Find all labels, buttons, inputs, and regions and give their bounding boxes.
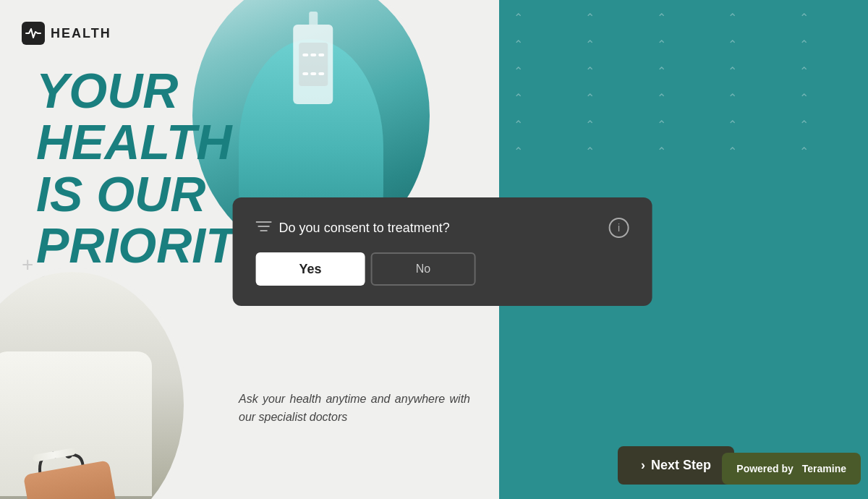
modal-title-area: Do you consent to treatment? xyxy=(256,220,450,236)
chevron-pattern-right: ⌃ ⌃ ⌃ ⌃ ⌃ ⌃ ⌃ ⌃ ⌃ ⌃ ⌃ ⌃ ⌃ ⌃ ⌃ ⌃ ⌃ ⌃ ⌃ ⌃ … xyxy=(499,0,868,169)
doctor-image-bottom xyxy=(0,268,188,499)
powered-by-brand: Teramine xyxy=(802,463,846,474)
logo-text: HEALTH xyxy=(51,26,111,41)
next-step-button[interactable]: › Next Step xyxy=(618,446,734,485)
subtext: Ask your health anytime and anywhere wit… xyxy=(239,390,470,427)
info-icon: i xyxy=(618,222,620,234)
powered-by-prefix: Powered by xyxy=(736,463,793,474)
no-button[interactable]: No xyxy=(371,252,475,286)
modal-header: Do you consent to treatment? i xyxy=(256,218,629,238)
svg-rect-0 xyxy=(22,22,45,45)
heartbeat-icon xyxy=(22,22,45,45)
yes-button[interactable]: Yes xyxy=(256,252,365,286)
modal-title: Do you consent to treatment? xyxy=(279,221,450,236)
filter-icon xyxy=(256,220,272,236)
info-button[interactable]: i xyxy=(609,218,629,238)
subtext-area: Ask your health anytime and anywhere wit… xyxy=(239,390,470,427)
modal-buttons: Yes No xyxy=(256,252,629,286)
consent-modal: Do you consent to treatment? i Yes No xyxy=(233,197,652,306)
logo: HEALTH xyxy=(22,22,111,45)
powered-by: Powered by Teramine xyxy=(722,453,861,485)
next-arrow-icon: › xyxy=(641,458,645,473)
next-step-label: Next Step xyxy=(651,458,711,473)
